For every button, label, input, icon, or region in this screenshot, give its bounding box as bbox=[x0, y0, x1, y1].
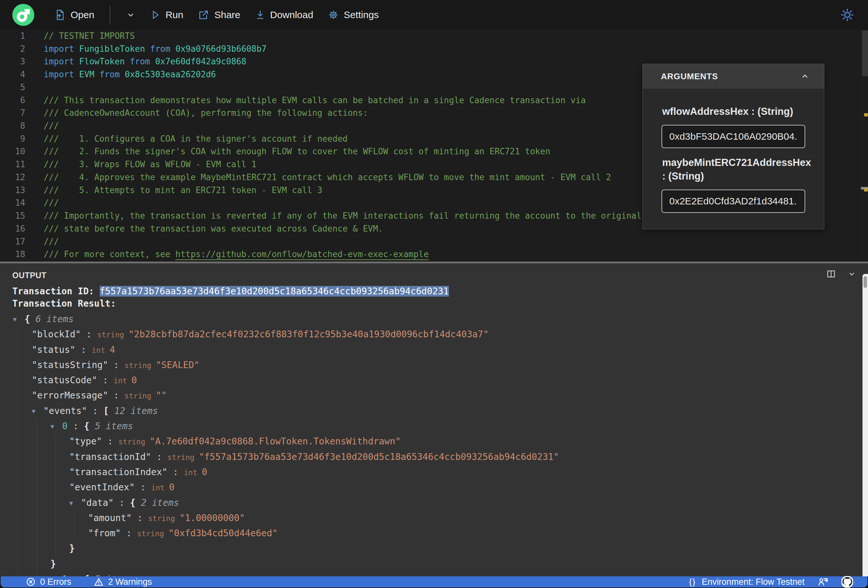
indent-guide bbox=[18, 449, 18, 464]
code-text: /// This transaction demonstrates how mu… bbox=[44, 94, 586, 107]
code-text: // TESTNET IMPORTS bbox=[44, 30, 135, 43]
indent-guide bbox=[55, 495, 56, 510]
line-number: 4 bbox=[0, 68, 25, 81]
toolbar: Open Run Share Do bbox=[0, 0, 868, 30]
output-line: "status" : int 4 bbox=[0, 342, 862, 357]
code-text: /// 2. Funds the signer's COA with enoug… bbox=[44, 145, 550, 158]
output-line: "transactionId" : string "f557a1573b76aa… bbox=[0, 449, 862, 464]
code-text: /// 1. Configures a COA in the signer's … bbox=[44, 133, 348, 146]
transaction-id-row: Transaction ID: f557a1573b76aa53e73d46f3… bbox=[0, 285, 862, 298]
output-line: "blockId" : string "2b28cbfb87da2cfec4f0… bbox=[0, 327, 862, 342]
share-label: Share bbox=[214, 9, 240, 21]
code-text: /// CadenceOwnedAccount (COA), performin… bbox=[44, 107, 368, 120]
indent-guide bbox=[37, 480, 37, 495]
line-number: 16 bbox=[0, 223, 25, 236]
editor-scrollbar-thumb[interactable] bbox=[862, 30, 868, 76]
indent-guide bbox=[55, 541, 56, 556]
open-label: Open bbox=[71, 9, 94, 21]
indent-guide bbox=[18, 480, 18, 495]
errors-count: 0 Errors bbox=[40, 577, 71, 587]
collapse-triangle-icon[interactable]: ▼ bbox=[32, 404, 43, 419]
line-number: 13 bbox=[0, 184, 25, 197]
indent-guide bbox=[74, 526, 74, 541]
indent-guide bbox=[55, 464, 56, 480]
line-number: 6 bbox=[0, 94, 25, 107]
share-button[interactable]: Share bbox=[198, 9, 240, 21]
line-number: 17 bbox=[0, 236, 25, 248]
feedback-person-icon[interactable] bbox=[818, 577, 828, 587]
line-number: 8 bbox=[0, 120, 25, 133]
output-scrollbar[interactable] bbox=[862, 274, 868, 576]
run-label: Run bbox=[165, 9, 183, 21]
code-text: /// bbox=[44, 236, 59, 248]
indent-guide bbox=[18, 388, 18, 403]
code-line[interactable]: 1// TESTNET IMPORTS bbox=[0, 30, 868, 43]
collapse-output-chevron-icon[interactable] bbox=[847, 270, 856, 279]
output-line: "eventIndex" : int 0 bbox=[0, 480, 862, 495]
code-line[interactable]: 18/// For more context, see https://gith… bbox=[0, 248, 868, 261]
download-label: Download bbox=[270, 9, 313, 21]
indent-guide bbox=[18, 403, 18, 419]
warnings-count: 2 Warnings bbox=[108, 577, 152, 587]
transaction-id-value[interactable]: f557a1573b76aa53e73d46f3e10d200d5c18a653… bbox=[100, 286, 449, 296]
code-text: /// 4. Approves the example MaybeMintERC… bbox=[44, 171, 611, 184]
output-line: "errorMessage" : string "" bbox=[0, 388, 862, 403]
code-text: /// bbox=[44, 120, 59, 133]
indent-guide bbox=[55, 526, 56, 541]
code-text: import EVM from 0x8c5303eaa26202d6 bbox=[44, 68, 216, 81]
code-text: /// 3. Wraps FLOW as WFLOW - EVM call 1 bbox=[44, 158, 256, 171]
collapse-triangle-icon[interactable]: ▼ bbox=[50, 572, 62, 576]
download-button[interactable]: Download bbox=[255, 9, 313, 21]
argument-input-maybemint[interactable] bbox=[661, 190, 805, 213]
output-line: "type" : string "A.7e60df042a9c0868.Flow… bbox=[0, 434, 862, 449]
settings-label: Settings bbox=[344, 9, 379, 21]
output-line: } bbox=[0, 556, 862, 572]
transaction-id-label: Transaction ID: bbox=[12, 286, 100, 296]
transaction-result-row: Transaction Result: bbox=[0, 298, 862, 309]
indent-guide bbox=[37, 419, 37, 434]
code-line[interactable]: 17/// bbox=[0, 236, 868, 248]
indent-guide bbox=[37, 464, 37, 480]
arguments-body: wflowAddressHex : (String) maybeMintERC7… bbox=[643, 88, 824, 229]
line-number: 15 bbox=[0, 209, 25, 223]
collapse-triangle-icon[interactable]: ▼ bbox=[50, 419, 62, 434]
warning-mark-2 bbox=[864, 188, 868, 192]
open-button[interactable]: Open bbox=[55, 9, 94, 21]
split-editor-icon[interactable] bbox=[827, 270, 836, 279]
arguments-title: ARGUMENTS bbox=[661, 71, 718, 81]
theme-toggle-sun-icon[interactable] bbox=[840, 8, 855, 22]
indent-guide bbox=[18, 556, 18, 572]
code-link[interactable]: https://github.com/onflow/batched-evm-ex… bbox=[176, 249, 429, 259]
indent-guide bbox=[55, 434, 56, 449]
run-button[interactable]: Run bbox=[151, 9, 183, 21]
warning-mark-1 bbox=[864, 113, 868, 116]
github-icon[interactable] bbox=[841, 576, 853, 588]
collapse-triangle-icon[interactable]: ▼ bbox=[13, 312, 25, 327]
code-editor[interactable]: 1// TESTNET IMPORTS2import FungibleToken… bbox=[0, 30, 868, 262]
errors-indicator[interactable]: 0 Errors bbox=[26, 577, 71, 587]
indent-guide bbox=[37, 526, 37, 541]
indent-guide bbox=[18, 434, 18, 449]
warnings-indicator[interactable]: 2 Warnings bbox=[94, 577, 152, 587]
collapse-triangle-icon[interactable]: ▼ bbox=[69, 495, 81, 511]
line-number: 9 bbox=[0, 133, 25, 146]
code-text: /// For more context, see https://github… bbox=[44, 248, 429, 261]
environment-indicator[interactable]: {} Environment: Flow Testnet bbox=[689, 577, 805, 587]
open-dropdown-chevron-icon[interactable] bbox=[126, 10, 136, 20]
code-text: /// Importantly, the transaction is reve… bbox=[44, 209, 641, 223]
line-number: 14 bbox=[0, 197, 25, 209]
settings-button[interactable]: Settings bbox=[328, 9, 379, 21]
code-text: import FlowToken from 0x7e60df042a9c0868 bbox=[44, 55, 246, 68]
line-number: 10 bbox=[0, 145, 25, 158]
argument-input-wflow[interactable] bbox=[661, 125, 805, 148]
indent-guide bbox=[37, 556, 37, 572]
collapse-chevron-up-icon[interactable] bbox=[800, 71, 810, 81]
editor-overview-ruler[interactable] bbox=[862, 30, 868, 262]
indent-guide bbox=[74, 510, 74, 526]
code-line[interactable]: 2import FungibleToken from 0x9a0766d93b6… bbox=[0, 43, 868, 56]
indent-guide bbox=[37, 572, 37, 576]
arguments-panel-header[interactable]: ARGUMENTS bbox=[643, 64, 824, 88]
output-scrollbar-thumb[interactable] bbox=[864, 276, 867, 288]
indent-guide bbox=[37, 541, 37, 556]
indent-guide bbox=[18, 572, 18, 576]
